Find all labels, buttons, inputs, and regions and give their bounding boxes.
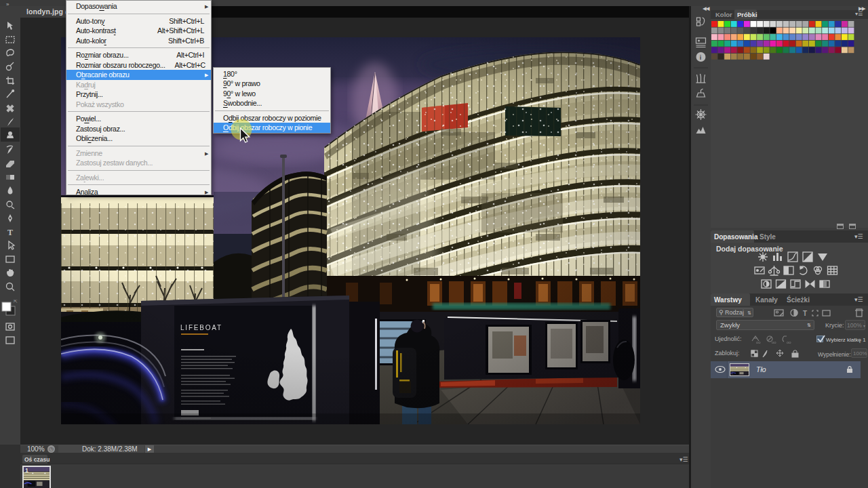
svg-text:⇱: ⇱ (14, 299, 18, 304)
svg-text:T: T (803, 310, 807, 317)
svg-text:»: » (6, 1, 9, 7)
svg-text:oo: oo (787, 340, 791, 344)
svg-text:T: T (7, 228, 13, 237)
svg-text:oo: oo (756, 340, 761, 344)
svg-text:oo: oo (772, 340, 776, 344)
svg-text:i: i (700, 54, 702, 61)
